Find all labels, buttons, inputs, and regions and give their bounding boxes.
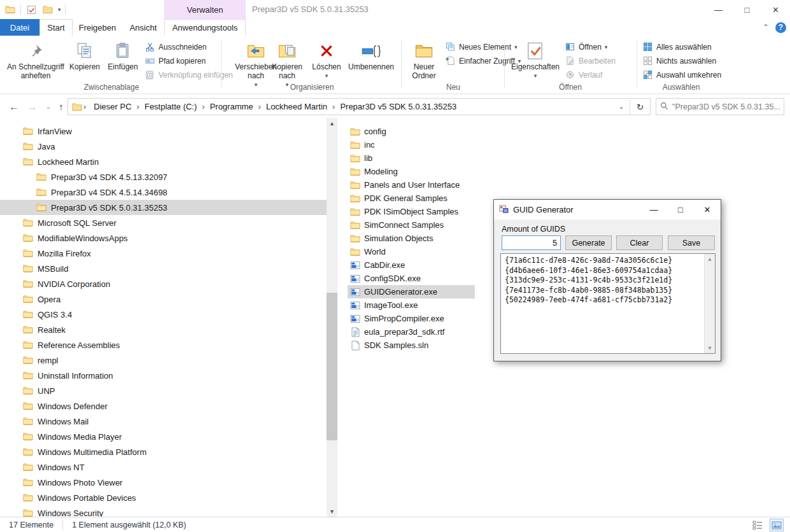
tree-item[interactable]: IrfanView: [0, 123, 327, 139]
select-all-button[interactable]: Alles auswählen: [643, 41, 721, 53]
crumb-separator-icon[interactable]: ›: [331, 102, 336, 111]
file-row[interactable]: GUIDGenerator.exe: [348, 285, 475, 298]
file-row[interactable]: CabDir.exe: [348, 258, 475, 272]
tree-item[interactable]: NVIDIA Corporation: [0, 276, 327, 291]
tree-item[interactable]: Prepar3D v5 SDK 5.0.31.35253: [0, 200, 327, 215]
new-folder-shortcut-icon[interactable]: [41, 3, 54, 17]
guid-scrollbar[interactable]: ▲ ▼: [704, 254, 715, 353]
guid-output-box[interactable]: {71a6c11c-d7e8-426c-9a8d-74a3056c6c1e} {…: [500, 253, 716, 354]
search-box[interactable]: [656, 98, 784, 115]
file-row[interactable]: ConfigSDK.exe: [348, 272, 475, 285]
crumb-separator-icon[interactable]: ›: [257, 102, 262, 111]
file-row[interactable]: Modeling: [348, 165, 475, 178]
tree-item[interactable]: Opera: [0, 291, 327, 307]
crumb-separator-icon[interactable]: ›: [136, 102, 141, 111]
file-row[interactable]: PDK ISimObject Samples: [348, 205, 475, 218]
breadcrumb-item[interactable]: Programme: [206, 102, 257, 111]
customize-toolbar-arrow-icon[interactable]: ▾: [58, 6, 61, 13]
breadcrumb-item[interactable]: Festplatte (C:): [141, 102, 201, 111]
tree-item[interactable]: Uninstall Information: [0, 368, 327, 383]
tree-item[interactable]: Microsoft SQL Server: [0, 215, 327, 230]
delete-button[interactable]: Löschen ▾: [309, 38, 344, 80]
dialog-minimize-icon[interactable]: —: [640, 200, 667, 220]
collapse-ribbon-icon[interactable]: ⌃: [763, 23, 769, 32]
back-icon[interactable]: ←: [6, 99, 22, 114]
file-row[interactable]: ImageTool.exe: [348, 298, 475, 312]
breadcrumb-item[interactable]: Dieser PC: [90, 102, 135, 111]
scroll-up-icon[interactable]: ▲: [327, 118, 337, 129]
tree-item[interactable]: Windows Mail: [0, 414, 327, 429]
copy-to-button[interactable]: Kopieren nach ▾: [267, 38, 307, 89]
file-row[interactable]: PDK General Samples: [348, 192, 475, 205]
tab-file[interactable]: Datei: [0, 19, 39, 36]
file-row[interactable]: Simulation Objects: [348, 232, 475, 245]
refresh-icon[interactable]: ↻: [630, 99, 650, 115]
guid-scroll-up-icon[interactable]: ▲: [705, 254, 715, 264]
select-none-button[interactable]: Nichts auswählen: [643, 55, 721, 67]
generate-button[interactable]: Generate: [565, 235, 612, 250]
tree-item[interactable]: Windows Defender: [0, 398, 327, 414]
tab-application-tools[interactable]: Anwendungstools: [164, 19, 246, 36]
cut-button[interactable]: Ausschneiden: [145, 41, 233, 53]
help-icon[interactable]: ?: [775, 22, 786, 33]
tree-item[interactable]: Windows Photo Viewer: [0, 475, 327, 490]
file-row[interactable]: World: [348, 245, 475, 258]
scroll-down-icon[interactable]: ▼: [327, 506, 337, 517]
address-dropdown-icon[interactable]: ⌄: [613, 102, 630, 111]
save-button[interactable]: Save: [668, 235, 715, 250]
tree-item[interactable]: MSBuild: [0, 261, 327, 276]
minimize-icon[interactable]: —: [704, 0, 733, 19]
search-input[interactable]: [672, 102, 780, 111]
tree-item[interactable]: Prepar3D v4 SDK 4.5.14.34698: [0, 185, 327, 200]
dialog-maximize-icon[interactable]: □: [667, 200, 694, 220]
amount-input[interactable]: [502, 235, 561, 250]
tree-item[interactable]: Prepar3D v4 SDK 4.5.13.32097: [0, 169, 327, 185]
breadcrumb-item[interactable]: Lockheed Martin: [262, 102, 331, 111]
breadcrumb-item[interactable]: Prepar3D v5 SDK 5.0.31.35253: [336, 102, 460, 111]
file-row[interactable]: inc: [348, 138, 475, 151]
details-view-icon[interactable]: [751, 519, 765, 531]
thumbnail-view-icon[interactable]: [770, 519, 784, 531]
properties-button[interactable]: Eigenschaften ▾: [509, 38, 561, 80]
file-row[interactable]: config: [348, 125, 475, 138]
scrollbar-thumb[interactable]: [327, 293, 337, 440]
file-row[interactable]: SDK Samples.sln: [348, 339, 475, 352]
tree-item[interactable]: Windows NT: [0, 459, 327, 475]
tree-item[interactable]: Realtek: [0, 322, 327, 337]
tree-item[interactable]: Windows Multimedia Platform: [0, 444, 327, 459]
tree-item[interactable]: Reference Assemblies: [0, 337, 327, 353]
file-row[interactable]: SimPropCompiler.exe: [348, 312, 475, 325]
tree-item[interactable]: Windows Portable Devices: [0, 490, 327, 505]
dialog-close-icon[interactable]: ✕: [694, 200, 721, 220]
file-row[interactable]: SimConnect Samples: [348, 218, 475, 232]
tree-item[interactable]: QGIS 3.4: [0, 307, 327, 322]
tab-start[interactable]: Start: [39, 19, 73, 36]
copy-path-button[interactable]: W... Pfad kopieren: [145, 55, 233, 67]
history-button[interactable]: Verlauf: [565, 69, 616, 81]
properties-shortcut-icon[interactable]: [25, 3, 38, 17]
tree-item[interactable]: Windows Security: [0, 505, 327, 517]
forward-icon[interactable]: →: [24, 99, 39, 114]
breadcrumb[interactable]: › Dieser PC›Festplatte (C:)›Programme›Lo…: [67, 98, 651, 115]
up-icon[interactable]: ↑: [53, 99, 69, 114]
pin-to-quick-access-button[interactable]: An Schnellzugriff anheften: [6, 38, 65, 80]
paste-button[interactable]: Einfügen: [104, 38, 141, 71]
tab-share[interactable]: Freigeben: [73, 19, 122, 36]
close-icon[interactable]: ✕: [761, 0, 790, 19]
edit-button[interactable]: Bearbeiten: [565, 55, 616, 67]
tab-view[interactable]: Ansicht: [122, 19, 164, 36]
tree-scrollbar[interactable]: ▲ ▼: [327, 118, 337, 517]
file-row[interactable]: eula_prepar3d_sdk.rtf: [348, 325, 475, 339]
crumb-separator-icon[interactable]: ›: [201, 102, 206, 111]
open-button[interactable]: Öffnen ▾: [565, 41, 616, 53]
invert-selection-button[interactable]: Auswahl umkehren: [643, 69, 721, 81]
file-row[interactable]: lib: [348, 151, 475, 165]
maximize-icon[interactable]: □: [733, 0, 761, 19]
clear-button[interactable]: Clear: [616, 235, 663, 250]
file-row[interactable]: Panels and User Interface: [348, 178, 475, 192]
copy-button[interactable]: Kopieren: [66, 38, 103, 71]
tree-item[interactable]: rempl: [0, 353, 327, 368]
new-folder-button[interactable]: Neuer Ordner: [406, 38, 442, 80]
paste-shortcut-button[interactable]: Verknüpfung einfügen: [145, 69, 233, 81]
tree-item[interactable]: ModifiableWindowsApps: [0, 230, 327, 246]
